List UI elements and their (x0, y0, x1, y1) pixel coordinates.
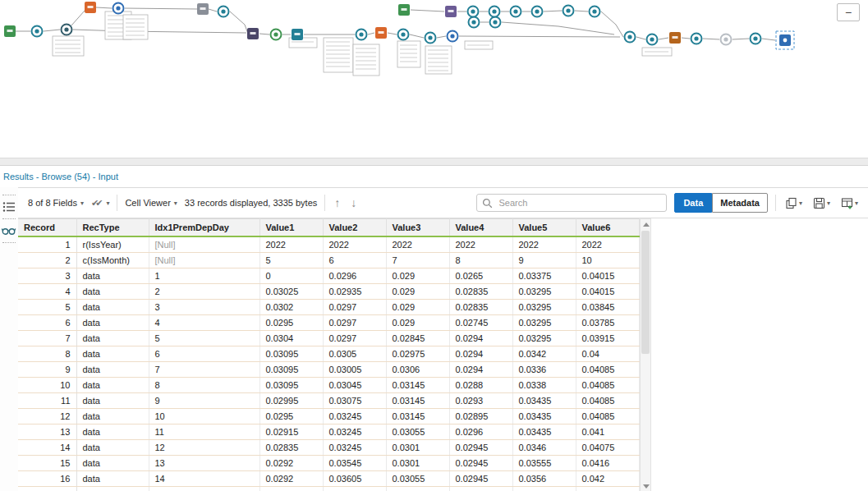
data-tab-button[interactable]: Data (674, 193, 712, 213)
data-cell[interactable]: 0.03005 (323, 362, 386, 378)
record-number[interactable]: 8 (18, 346, 76, 362)
workflow-connection[interactable] (411, 10, 444, 11)
data-cell[interactable]: 0.04085 (576, 393, 639, 409)
data-cell[interactable]: 0.03625 (512, 487, 576, 491)
data-cell[interactable]: 0.0292 (259, 487, 323, 491)
new-table-window-button[interactable]: ▾ (839, 195, 860, 211)
data-cell[interactable]: 0.03435 (512, 393, 576, 409)
data-cell[interactable]: 0.03555 (512, 456, 576, 471)
data-cell[interactable]: 0.03095 (259, 378, 323, 393)
data-cell[interactable]: 0.02835 (449, 300, 512, 315)
cell-viewer-dropdown[interactable]: Cell Viewer ▾ (125, 198, 177, 208)
data-cell[interactable]: 0.0295 (259, 315, 323, 331)
workflow-annotation[interactable] (353, 44, 379, 76)
data-cell[interactable]: data (76, 300, 149, 315)
workflow-connection[interactable] (388, 33, 397, 34)
data-cell[interactable]: data (76, 331, 149, 346)
data-cell[interactable]: 0.02935 (323, 284, 386, 300)
workflow-connection[interactable] (733, 39, 749, 39)
metadata-tab-button[interactable]: Metadata (712, 193, 768, 213)
data-cell[interactable]: 0.03055 (386, 471, 449, 487)
data-cell[interactable]: 0.03375 (512, 268, 576, 284)
data-cell[interactable]: 0.03245 (323, 424, 386, 440)
data-cell[interactable]: 0.03385 (323, 487, 386, 491)
data-cell[interactable]: 0.0346 (512, 440, 576, 456)
record-number[interactable]: 4 (18, 284, 76, 300)
data-cell[interactable]: 9 (149, 393, 259, 409)
data-cell[interactable]: 0.0294 (449, 346, 512, 362)
field-selection-button[interactable]: ✔✔ ▾ (91, 198, 109, 209)
data-cell[interactable]: 0.03295 (512, 300, 576, 315)
data-cell[interactable]: data (76, 346, 149, 362)
data-cell[interactable]: 0.02945 (449, 456, 512, 471)
workflow-connection[interactable] (230, 11, 248, 34)
data-cell[interactable]: 0.0292 (259, 456, 323, 471)
data-cell[interactable]: 14 (149, 471, 259, 487)
data-cell[interactable]: 0.03145 (386, 393, 449, 409)
scrollbar-down-icon[interactable] (643, 484, 650, 489)
record-number[interactable]: 6 (18, 315, 76, 331)
data-cell[interactable]: 2022 (259, 236, 323, 253)
data-cell[interactable]: 0.0306 (386, 362, 449, 378)
workflow-connection[interactable] (259, 34, 269, 34)
data-cell[interactable]: 0.03435 (512, 409, 576, 424)
data-cell[interactable]: data (76, 362, 149, 378)
data-cell[interactable]: 0.02885 (449, 487, 512, 491)
data-cell[interactable]: 0.042 (576, 471, 639, 487)
data-cell[interactable]: 0.0294 (449, 331, 512, 346)
data-cell[interactable]: 0.0296 (449, 424, 512, 440)
record-number[interactable]: 11 (18, 393, 76, 409)
data-cell[interactable]: 0.0416 (576, 456, 639, 471)
workflow-connection[interactable] (125, 8, 197, 9)
data-cell[interactable]: 0.0288 (449, 378, 512, 393)
data-cell[interactable]: 0.0297 (323, 331, 386, 346)
workflow-connection[interactable] (544, 11, 562, 11)
data-cell[interactable]: 5 (149, 331, 259, 346)
record-number[interactable]: 13 (18, 424, 76, 440)
workflow-connection[interactable] (368, 33, 374, 34)
scrollbar-up-icon[interactable] (643, 223, 650, 227)
data-cell[interactable]: [Null] (149, 253, 259, 268)
save-button[interactable]: ▾ (811, 195, 832, 211)
data-cell[interactable]: 0.0265 (449, 268, 512, 284)
data-cell[interactable]: 0.02975 (386, 346, 449, 362)
workflow-connection[interactable] (96, 7, 112, 8)
workflow-connection[interactable] (73, 30, 246, 33)
workflow-annotation[interactable] (324, 38, 353, 72)
workflow-connection[interactable] (71, 11, 85, 25)
data-cell[interactable]: 0 (259, 268, 323, 284)
fields-dropdown[interactable]: 8 of 8 Fields ▾ (28, 198, 84, 208)
data-cell[interactable]: 0.03915 (576, 331, 639, 346)
data-cell[interactable]: data (76, 471, 149, 487)
data-cell[interactable]: 0.03845 (576, 300, 639, 315)
data-cell[interactable]: 0.04015 (576, 268, 639, 284)
data-cell[interactable]: c(IssMonth) (76, 253, 149, 268)
column-header[interactable]: Record (18, 219, 76, 237)
browse-glasses-icon[interactable] (2, 223, 16, 238)
data-cell[interactable]: 0.0305 (323, 346, 386, 362)
data-cell[interactable]: 0.029 (386, 315, 449, 331)
workflow-connection[interactable] (209, 9, 217, 11)
column-header[interactable]: Value6 (576, 219, 639, 237)
data-cell[interactable]: 0.0297 (323, 315, 386, 331)
data-cell[interactable]: 0.02995 (259, 393, 323, 409)
data-cell[interactable]: 4 (149, 315, 259, 331)
data-cell[interactable]: 0.0338 (512, 378, 576, 393)
data-cell[interactable]: data (76, 440, 149, 456)
data-cell[interactable]: 0.04085 (576, 409, 639, 424)
pane-splitter[interactable] (0, 158, 868, 166)
workflow-connection[interactable] (437, 36, 446, 38)
data-cell[interactable]: 0.03245 (323, 409, 386, 424)
record-number[interactable]: 12 (18, 409, 76, 424)
workflow-connection[interactable] (502, 22, 614, 34)
data-cell[interactable]: r(IssYear) (76, 236, 149, 253)
data-cell[interactable]: 0.029 (386, 284, 449, 300)
data-cell[interactable]: 10 (576, 253, 639, 268)
data-cell[interactable]: 0.03095 (259, 346, 323, 362)
record-number[interactable]: 15 (18, 456, 76, 471)
record-number[interactable]: 7 (18, 331, 76, 346)
data-cell[interactable]: 0.02895 (449, 409, 512, 424)
workflow-connection[interactable] (575, 11, 588, 11)
data-cell[interactable]: 7 (386, 253, 449, 268)
workflow-connection[interactable] (410, 34, 424, 38)
